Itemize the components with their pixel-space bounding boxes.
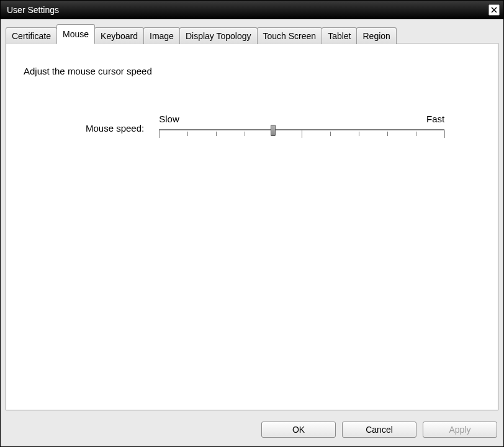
slider-tick xyxy=(359,132,359,136)
tab-label: Mouse xyxy=(63,29,89,39)
tab-label: Touch Screen xyxy=(263,31,317,41)
tab-label: Certificate xyxy=(12,31,51,41)
tab-tablet[interactable]: Tablet xyxy=(322,27,357,44)
slider-tick xyxy=(444,130,445,138)
slider-tick xyxy=(187,132,188,136)
fast-label: Fast xyxy=(426,114,444,124)
tab-mouse[interactable]: Mouse xyxy=(56,24,95,43)
mouse-speed-slider[interactable] xyxy=(159,125,444,143)
close-icon xyxy=(491,7,497,13)
button-label: OK xyxy=(292,425,305,435)
dialog-button-row: OK Cancel Apply xyxy=(1,415,503,446)
tab-display-topology[interactable]: Display Topology xyxy=(179,27,258,44)
tab-panel-mouse: Adjust the mouse cursor speed Mouse spee… xyxy=(6,43,498,410)
slider-tick xyxy=(330,132,331,136)
tab-label: Display Topology xyxy=(186,31,251,41)
tab-touch-screen[interactable]: Touch Screen xyxy=(257,27,323,44)
tab-region[interactable]: Region xyxy=(356,27,396,44)
tab-strip: Certificate Mouse Keyboard Image Display… xyxy=(6,24,498,43)
tab-label: Keyboard xyxy=(101,31,138,41)
tab-label: Image xyxy=(150,31,174,41)
slider-tick xyxy=(416,132,416,136)
tab-certificate[interactable]: Certificate xyxy=(6,27,57,44)
mouse-speed-row: Mouse speed: Slow Fast xyxy=(86,114,480,143)
slider-tick xyxy=(302,130,302,138)
button-label: Apply xyxy=(449,425,470,435)
close-button[interactable] xyxy=(488,4,500,16)
instruction-text: Adjust the mouse cursor speed xyxy=(24,66,480,76)
slider-tick xyxy=(159,130,160,138)
tab-keyboard[interactable]: Keyboard xyxy=(94,27,144,44)
mouse-speed-slider-block: Slow Fast xyxy=(159,114,444,143)
slider-tick xyxy=(387,132,388,136)
settings-window: User Settings Certificate Mouse Keyboard… xyxy=(0,0,504,447)
apply-button[interactable]: Apply xyxy=(423,422,497,438)
mouse-speed-label: Mouse speed: xyxy=(86,123,144,133)
content-area: Certificate Mouse Keyboard Image Display… xyxy=(1,19,503,415)
window-title: User Settings xyxy=(7,5,59,15)
slider-ticks xyxy=(159,130,444,139)
slider-scale-labels: Slow Fast xyxy=(159,114,444,124)
tab-image[interactable]: Image xyxy=(143,27,180,44)
button-label: Cancel xyxy=(366,425,393,435)
title-bar: User Settings xyxy=(1,1,503,19)
slider-tick xyxy=(245,132,245,136)
ok-button[interactable]: OK xyxy=(261,422,336,438)
slow-label: Slow xyxy=(159,114,179,124)
cancel-button[interactable]: Cancel xyxy=(342,422,416,438)
tab-label: Region xyxy=(362,31,390,41)
slider-thumb[interactable] xyxy=(271,125,276,136)
tab-label: Tablet xyxy=(328,31,351,41)
slider-tick xyxy=(216,132,217,136)
